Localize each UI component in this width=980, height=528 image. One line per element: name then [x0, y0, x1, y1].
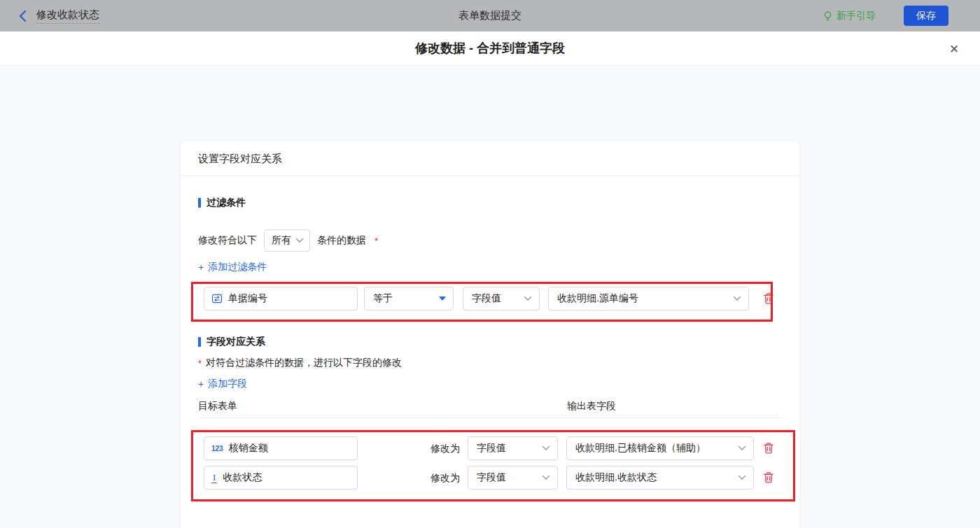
mapping-section-label: 字段对应关系 — [206, 336, 265, 348]
match-mode-select[interactable]: 所有 — [264, 229, 310, 252]
text-field-icon: I — [211, 473, 217, 483]
number-field-icon: 123 — [211, 445, 223, 452]
filter-section-label: 过滤条件 — [206, 197, 246, 209]
mapping-value-value: 收款明细.收款状态 — [575, 471, 657, 484]
chevron-left-icon — [17, 10, 28, 22]
close-icon[interactable]: ✕ — [945, 40, 963, 58]
plus-icon: + — [198, 262, 204, 273]
section-bar — [198, 198, 201, 208]
trash-icon — [762, 292, 776, 306]
mapping-description: 对符合过滤条件的数据，进行以下字段的修改 — [206, 357, 402, 369]
chevron-down-icon — [542, 445, 550, 451]
add-field-link[interactable]: + 添加字段 — [198, 378, 247, 390]
mapping-value-type-value: 字段值 — [477, 442, 506, 455]
mapping-value-select[interactable]: 收款明细.收款状态 — [566, 466, 754, 490]
serial-number-icon — [211, 293, 223, 304]
column-header-target: 目标表单 — [198, 400, 237, 413]
mapping-field-label: 收款状态 — [223, 471, 262, 484]
mapping-field-label: 核销金额 — [229, 442, 268, 455]
trash-icon — [762, 471, 776, 485]
add-filter-condition-label: 添加过滤条件 — [208, 261, 267, 273]
filter-value-type-select[interactable]: 字段值 — [463, 287, 540, 311]
mapping-field-chip[interactable]: 123 核销金额 — [204, 436, 358, 460]
mapping-value-select[interactable]: 收款明细.已核销金额（辅助） — [566, 436, 754, 460]
mapping-section-title: 字段对应关系 — [198, 336, 265, 348]
filter-value-select[interactable]: 收款明细.源单编号 — [548, 287, 749, 311]
modify-to-label: 修改为 — [430, 436, 461, 460]
panel-header: 设置字段对应关系 — [181, 141, 799, 176]
beginner-guide-label: 新手引导 — [836, 10, 876, 22]
filter-value-type-value: 字段值 — [472, 292, 501, 305]
chevron-down-icon — [738, 475, 746, 480]
mapping-field-chip[interactable]: I 收款状态 — [204, 466, 358, 490]
filter-operator-select[interactable]: 等于 — [364, 287, 454, 311]
top-bar: 修改收款状态 表单数据提交 新手引导 保存 — [0, 0, 980, 31]
settings-panel: 设置字段对应关系 过滤条件 修改符合以下 所有 条件的数据 * + 添加过滤条件… — [181, 141, 799, 528]
match-mode-value: 所有 — [272, 234, 291, 247]
mapping-description-row: * 对符合过滤条件的数据，进行以下字段的修改 — [198, 357, 402, 369]
match-condition-row: 修改符合以下 所有 条件的数据 * — [198, 229, 378, 252]
match-suffix: 条件的数据 — [317, 234, 366, 247]
chevron-down-icon — [295, 238, 304, 243]
delete-mapping-row-button[interactable] — [762, 471, 776, 485]
dialog-header: 修改数据 - 合并到普通字段 ✕ — [0, 31, 980, 66]
dialog-body: 设置字段对应关系 过滤条件 修改符合以下 所有 条件的数据 * + 添加过滤条件… — [0, 66, 980, 528]
mapping-value-type-select[interactable]: 字段值 — [468, 466, 558, 490]
column-divider — [198, 418, 782, 418]
filter-value-value: 收款明细.源单编号 — [557, 292, 638, 305]
trash-icon — [762, 441, 776, 455]
filter-field-chip[interactable]: 单据编号 — [204, 287, 358, 311]
chevron-down-icon — [524, 296, 532, 301]
beginner-guide-link[interactable]: 新手引导 — [822, 10, 876, 22]
section-bar — [198, 337, 201, 347]
save-button[interactable]: 保存 — [904, 6, 948, 26]
match-prefix: 修改符合以下 — [198, 234, 257, 247]
add-filter-condition-link[interactable]: + 添加过滤条件 — [198, 261, 267, 273]
caret-down-icon — [439, 297, 446, 301]
plus-icon: + — [198, 378, 204, 390]
dialog-title: 修改数据 - 合并到普通字段 — [415, 40, 565, 57]
workflow-name[interactable]: 修改收款状态 — [36, 8, 99, 24]
filter-field-label: 单据编号 — [228, 292, 267, 305]
chevron-down-icon — [738, 445, 746, 451]
mapping-value-type-select[interactable]: 字段值 — [468, 436, 558, 460]
filter-operator-value: 等于 — [373, 292, 393, 305]
column-header-output: 输出表字段 — [567, 400, 616, 413]
filter-section-title: 过滤条件 — [198, 197, 246, 208]
add-field-label: 添加字段 — [208, 378, 247, 390]
required-mark: * — [198, 358, 202, 369]
required-mark: * — [374, 236, 378, 246]
delete-filter-row-button[interactable] — [762, 292, 776, 306]
chevron-down-icon — [542, 475, 550, 480]
lightbulb-icon — [822, 10, 833, 22]
modify-to-label: 修改为 — [430, 466, 461, 490]
back-button[interactable] — [15, 9, 29, 23]
mapping-value-type-value: 字段值 — [477, 471, 506, 484]
chevron-down-icon — [733, 296, 741, 301]
delete-mapping-row-button[interactable] — [762, 441, 776, 455]
mapping-value-value: 收款明细.已核销金额（辅助） — [575, 442, 706, 455]
